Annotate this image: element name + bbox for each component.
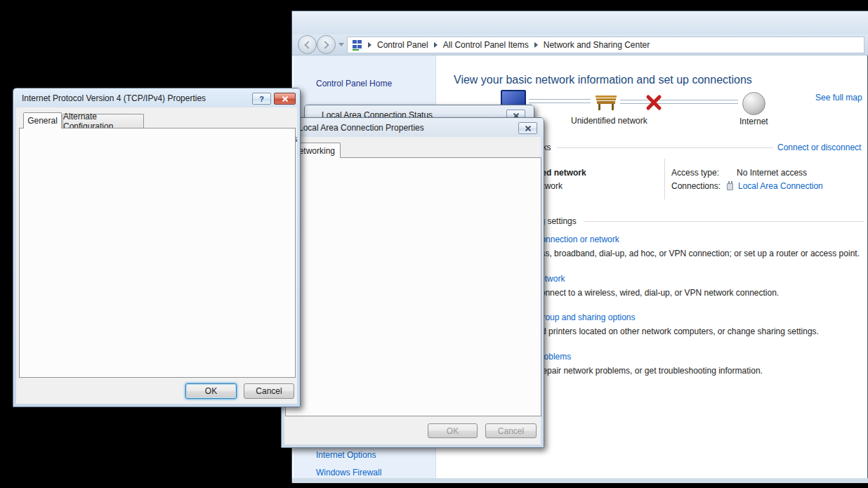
breadcrumb[interactable]: Control Panel All Control Panel Items Ne…: [347, 37, 864, 53]
page-title: View your basic network information and …: [454, 74, 752, 86]
lan-properties-title: Local Area Connection Properties: [298, 123, 424, 133]
sidebar-item-windows-firewall[interactable]: Windows Firewall: [316, 468, 381, 477]
sidebar-item-internet-options[interactable]: Internet Options: [316, 450, 376, 460]
networking-tab-panel: [285, 157, 541, 416]
map-line-2: [620, 100, 738, 100]
sidebar-item-control-panel-home[interactable]: Control Panel Home: [316, 79, 392, 88]
help-button[interactable]: ?: [252, 93, 271, 105]
access-type-label: Access type:: [671, 168, 719, 178]
window-bottom-frame: [292, 478, 868, 483]
access-type-value: No Internet access: [737, 168, 807, 178]
breadcrumb-item-control-panel[interactable]: Control Panel: [377, 40, 428, 50]
map-line-2b: [620, 103, 738, 104]
tab-general[interactable]: General: [23, 112, 62, 128]
forward-button[interactable]: [317, 35, 336, 54]
close-icon: [282, 95, 288, 102]
ok-button[interactable]: OK: [428, 423, 478, 438]
ipv4-title: Internet Protocol Version 4 (TCP/IPv4) P…: [22, 93, 206, 103]
local-area-connection-link[interactable]: Local Area Connection: [738, 181, 823, 191]
network-icon: [352, 40, 362, 51]
settings-rule: [584, 221, 864, 222]
desktop: { "network_center": { "breadcrumb": { "c…: [0, 0, 868, 488]
breadcrumb-separator-icon: [534, 42, 538, 48]
back-arrow-icon: [304, 41, 312, 48]
lan-properties-dialog: Local Area Connection Properties Network…: [281, 117, 544, 448]
breadcrumb-separator-icon: [368, 42, 371, 48]
close-icon: [525, 125, 531, 131]
cancel-button[interactable]: Cancel: [244, 383, 294, 399]
ethernet-plug-icon: [727, 183, 733, 190]
window-titlebar[interactable]: [292, 11, 868, 34]
ipv4-close-button[interactable]: [274, 93, 296, 105]
recent-pages-dropdown[interactable]: [338, 43, 344, 46]
map-internet-label: Internet: [739, 117, 768, 126]
connect-or-disconnect-link[interactable]: Connect or disconnect: [777, 143, 861, 152]
active-networks-rule: [557, 147, 773, 148]
active-network-divider: [664, 159, 665, 199]
globe-icon: [742, 92, 765, 115]
general-tab-panel: [19, 128, 296, 378]
breadcrumb-separator-icon: [434, 42, 438, 48]
see-full-map-link[interactable]: See full map: [815, 93, 862, 103]
lan-properties-close-button[interactable]: [518, 122, 537, 134]
map-line-1: [529, 99, 591, 100]
back-button[interactable]: [298, 35, 317, 54]
breadcrumb-item-nsc[interactable]: Network and Sharing Center: [544, 40, 650, 50]
bench-icon: [594, 92, 618, 114]
navigation-bar: Control Panel All Control Panel Items Ne…: [292, 34, 868, 55]
map-unidentified-label: Unidentified network: [571, 116, 647, 126]
map-line-1b: [529, 103, 591, 103]
ok-button[interactable]: OK: [185, 383, 237, 399]
breadcrumb-item-all-items[interactable]: All Control Panel Items: [443, 40, 529, 50]
connections-label: Connections:: [671, 181, 721, 191]
no-connection-x-icon[interactable]: [645, 94, 662, 111]
forward-arrow-icon: [321, 41, 329, 48]
ipv4-properties-dialog: Internet Protocol Version 4 (TCP/IPv4) P…: [13, 88, 301, 407]
cancel-button[interactable]: Cancel: [485, 423, 537, 438]
tab-alternate-configuration[interactable]: Alternate Configuration: [63, 114, 144, 128]
